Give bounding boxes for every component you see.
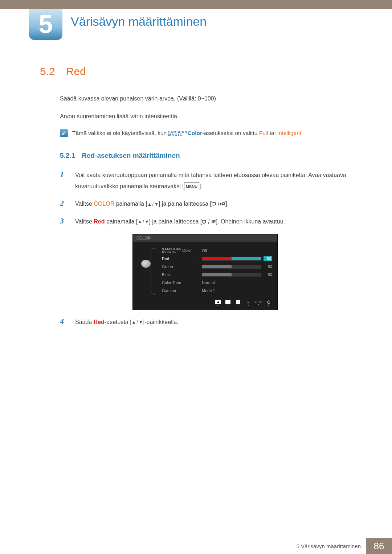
osd-label-magic: SAMSUNGMAGIC Color [162, 248, 198, 253]
svg-rect-2 [221, 203, 223, 205]
pencil-note-icon [60, 129, 68, 137]
slider-red [202, 257, 261, 260]
step-3: 3 Valitse Red painamalla [▲/▼] ja paina … [60, 216, 356, 227]
osd-blue-val: 50 [264, 272, 272, 277]
osd-gamma-label: Gamma [162, 288, 198, 293]
svg-rect-1 [213, 205, 215, 206]
step-text-1: Voit avata kuvaruutuoppaan painamalla mi… [75, 170, 356, 192]
slider-green [202, 265, 261, 268]
note-full: Full [259, 130, 268, 136]
s2-pre: Valitse [75, 201, 94, 207]
s4-pre: Säädä [75, 319, 94, 325]
osd-rows: SAMSUNGMAGIC Color : Off Red : 50 Green … [162, 247, 272, 295]
chapter-number: 5 [39, 12, 53, 37]
svg-rect-6 [211, 221, 213, 223]
note: Tämä valikko ei ole käytettävissä, kun S… [60, 129, 356, 137]
intro-p2: Arvon suurentaminen lisää värin intensit… [60, 111, 356, 121]
s3-mid: painamalla [ [105, 218, 138, 225]
slider-blue [202, 273, 261, 276]
display-source-icon: / [202, 217, 216, 227]
osd-title: COLOR [133, 234, 277, 242]
s2-mid: painamalla [ [114, 201, 147, 207]
osd-ct-label: Color Tone [162, 280, 198, 285]
s4-mid: -asetusta [ [105, 319, 132, 325]
page-number: 86 [366, 538, 392, 554]
up-down-icon: ▲/▼ [147, 200, 159, 209]
subsection-heading: 5.2.1 Red-asetuksen määrittäminen [60, 152, 356, 160]
note-end: . [301, 130, 303, 136]
chapter-title: Värisävyn määrittäminen [71, 15, 207, 29]
steps-list: 1 Voit avata kuvaruutuoppaan painamalla … [60, 170, 356, 328]
s2-a1: ] ja paina laitteessa [ [159, 201, 212, 207]
step1-pre: Voit avata kuvaruutuoppaan painamalla mi… [75, 172, 346, 189]
osd-nav-enter-icon: ▸▼ [245, 300, 252, 306]
osd-ct-val: Normal [202, 280, 272, 285]
palette-icon [141, 260, 151, 268]
osd-window: COLOR SAMSUNGMAGIC Color : Off [132, 234, 278, 310]
step-num-2: 2 [60, 198, 68, 208]
step1-post: ]. [199, 183, 203, 189]
s2-a2: ]. [225, 201, 229, 207]
osd-red-label: Red [162, 257, 198, 261]
step-text-3: Valitse Red painamalla [▲/▼] ja paina la… [75, 216, 285, 227]
step-1: 1 Voit avata kuvaruutuoppaan painamalla … [60, 170, 356, 192]
header-band [0, 0, 392, 9]
step-num-4: 4 [60, 317, 68, 326]
step-4: 4 Säädä Red-asetusta [▲/▼]-painikkeella. [60, 317, 356, 328]
section-number: 5.2 [40, 65, 55, 78]
osd-footer: ◄▼ −▼ +▼ ▸▼ AUTO▼ ⏻▼ [133, 298, 277, 310]
osd-power-icon: ⏻▼ [265, 300, 272, 306]
osd-nav-plus-icon: +▼ [234, 300, 242, 306]
s3-a1: ] ja paina laitteessa [ [149, 218, 202, 225]
osd-category-icon [138, 247, 158, 295]
osd-blue-label: Blue [162, 272, 198, 277]
note-pre: Tämä valikko ei ole käytettävissä, kun [72, 130, 168, 136]
note-mid: -asetukseksi on valittu [202, 130, 259, 136]
osd-row-gamma: Gamma : Mode 1 [162, 287, 272, 295]
content-area: 5.2 Red Säädä kuvassa olevan punaisen vä… [40, 65, 356, 334]
step-num-3: 3 [60, 216, 68, 226]
section-title: Red [66, 65, 86, 78]
osd-row-blue: Blue : 50 [162, 271, 272, 279]
osd-row-magic-color: SAMSUNGMAGIC Color : Off [162, 247, 272, 255]
note-text: Tämä valikko ei ole käytettävissä, kun S… [72, 130, 303, 136]
osd-magic-label: Color [182, 248, 192, 253]
up-down-icon: ▲/▼ [132, 318, 143, 327]
brand-word: Color [188, 130, 202, 136]
svg-rect-4 [202, 220, 205, 223]
osd-row-green: Green : 50 [162, 263, 272, 271]
footer-text: 5 Värisävyn määrittäminen [296, 538, 366, 554]
s4-kw: Red [94, 319, 105, 325]
bracket-icon [151, 248, 155, 295]
step-num-1: 1 [60, 170, 68, 179]
note-or: tai [268, 130, 277, 136]
up-down-icon: ▲/▼ [138, 218, 149, 226]
osd-auto-button: AUTO▼ [255, 300, 262, 306]
menu-label: MENU [184, 182, 199, 191]
osd-red-val: 50 [264, 256, 272, 261]
osd-nav-minus-icon: −▼ [224, 300, 232, 306]
step-text-2: Valitse COLOR painamalla [▲/▼] ja paina … [75, 198, 229, 210]
display-source-icon: / [212, 199, 225, 210]
osd-green-label: Green [162, 264, 198, 269]
osd-row-colortone: Color Tone : Normal [162, 279, 272, 287]
note-intelligent: Intelligent [277, 130, 301, 136]
step-2: 2 Valitse COLOR painamalla [▲/▼] ja pain… [60, 198, 356, 210]
footer: 5 Värisävyn määrittäminen 86 [0, 538, 392, 554]
osd-magic-val: Off [202, 249, 272, 253]
s3-pre: Valitse [75, 218, 94, 225]
step-text-4: Säädä Red-asetusta [▲/▼]-painikkeella. [75, 317, 179, 328]
chapter-tab: 5 [29, 9, 62, 40]
osd-brand-bottom: MAGIC [162, 250, 176, 254]
intro-p1: Säädä kuvassa olevan punaisen värin arvo… [60, 94, 356, 103]
s4-a1: ]-painikkeella. [143, 319, 179, 325]
osd-body: SAMSUNGMAGIC Color : Off Red : 50 Green … [133, 242, 277, 298]
brand-mark: SAMSUNGMAGIC [168, 131, 187, 136]
osd-row-red: Red : 50 [162, 255, 272, 263]
osd-green-val: 50 [264, 264, 272, 269]
s2-kw: COLOR [94, 201, 114, 207]
section-heading: 5.2 Red [40, 65, 356, 78]
svg-rect-5 [203, 223, 205, 223]
brand-bottom: MAGIC [168, 133, 183, 136]
svg-rect-0 [212, 202, 215, 205]
